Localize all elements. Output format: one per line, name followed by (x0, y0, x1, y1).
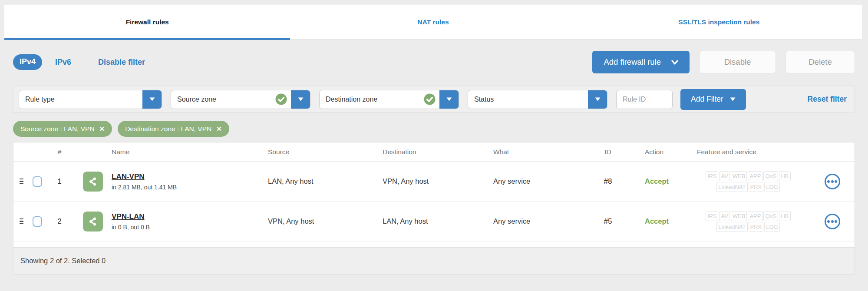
chevron-down-icon[interactable] (588, 90, 607, 109)
table-row: 2 VPN-LAN in 0 B, out 0 B VPN, Any host … (13, 202, 855, 241)
feature-tag: IPS (706, 211, 718, 221)
drag-handle[interactable] (13, 179, 29, 185)
chevron-down-icon (730, 97, 736, 101)
status-dropdown-label: Status (468, 96, 588, 103)
column-header-what: What (491, 148, 588, 156)
ipv4-toggle[interactable]: IPv4 (13, 54, 42, 70)
column-header-number: # (42, 148, 77, 156)
ellipsis-menu-icon[interactable] (825, 214, 840, 229)
rule-source: LAN, Any host (265, 177, 380, 185)
controls-row: IPv4 IPv6 Disable filter Add firewall ru… (13, 51, 855, 73)
reset-filter-link[interactable]: Reset filter (808, 95, 849, 104)
feature-tag: PRX (749, 182, 764, 192)
rule-what: Any service (491, 217, 588, 225)
rule-name-link[interactable]: LAN-VPN (112, 172, 177, 181)
add-firewall-rule-button[interactable]: Add firewall rule (592, 51, 690, 73)
table-bottom-spacer (13, 241, 855, 247)
rule-source: VPN, Any host (265, 217, 380, 225)
feature-tag: WEB (731, 211, 747, 221)
delete-button[interactable]: Delete (785, 51, 855, 73)
table-status-text: Showing 2 of 2. Selected 0 (20, 257, 106, 265)
row-number: 1 (42, 177, 77, 186)
feature-tag: QoS (763, 171, 778, 181)
rule-destination: LAN, Any host (380, 217, 491, 225)
table-footer: Showing 2 of 2. Selected 0 (13, 247, 855, 274)
tab-nat-rules-label: NAT rules (417, 18, 449, 26)
feature-tag: APP (748, 171, 762, 181)
feature-tag: AV (719, 171, 729, 181)
check-circle-icon (424, 93, 436, 105)
rule-id: #8 (588, 177, 627, 186)
feature-tag: LinkedNAT (716, 182, 747, 192)
table-row: 1 LAN-VPN in 2.81 MB, out 1.41 MB LAN, A… (13, 162, 855, 202)
feature-tag: HB (779, 171, 790, 181)
tab-ssl-tls-inspection-rules[interactable]: SSL/TLS inspection rules (576, 5, 862, 39)
close-icon[interactable]: ✕ (99, 126, 105, 132)
drag-handle-icon (20, 179, 23, 185)
drag-handle[interactable] (13, 218, 29, 225)
share-rule-icon[interactable] (83, 172, 103, 192)
filter-chip-label: Source zone : LAN, VPN (20, 125, 95, 133)
add-firewall-rule-label: Add firewall rule (604, 57, 661, 67)
check-circle-icon (275, 93, 287, 105)
filter-chip-destination-zone[interactable]: Destination zone : LAN, VPN ✕ (118, 121, 229, 137)
column-header-source: Source (265, 148, 380, 156)
tab-firewall-rules[interactable]: Firewall rules (4, 5, 290, 39)
feature-service-tags: IPSAVWEBAPPQoSHB LinkedNATPRXLOG (688, 171, 810, 192)
ipv6-toggle[interactable]: IPv6 (55, 58, 71, 67)
chevron-down-icon[interactable] (439, 90, 459, 109)
rule-action: Accept (627, 177, 688, 185)
drag-handle-icon (20, 218, 23, 225)
column-header-feature-service: Feature and service (688, 148, 810, 156)
chevron-down-icon (671, 60, 678, 65)
source-zone-dropdown[interactable]: Source zone (171, 90, 310, 109)
feature-tag: HB (779, 211, 790, 221)
chevron-down-icon[interactable] (291, 90, 310, 109)
filter-chip-source-zone[interactable]: Source zone : LAN, VPN ✕ (13, 121, 112, 137)
filter-chip-label: Destination zone : LAN, VPN (125, 125, 211, 133)
feature-tag: LOG (764, 222, 779, 232)
row-checkbox[interactable] (33, 176, 42, 187)
tab-nat-rules[interactable]: NAT rules (290, 5, 576, 39)
status-dropdown[interactable]: Status (468, 90, 607, 109)
column-header-id: ID (588, 148, 627, 156)
rule-type-tabbar: Firewall rules NAT rules SSL/TLS inspect… (4, 4, 862, 40)
tab-ssl-tls-inspection-rules-label: SSL/TLS inspection rules (678, 18, 759, 26)
active-filter-chips: Source zone : LAN, VPN ✕ Destination zon… (13, 121, 855, 137)
destination-zone-dropdown-label: Destination zone (320, 96, 424, 103)
table-header-row: # Name Source Destination What ID Action… (13, 142, 855, 162)
rule-destination: VPN, Any host (380, 177, 491, 185)
chevron-down-icon[interactable] (142, 90, 162, 109)
close-icon[interactable]: ✕ (216, 126, 222, 132)
feature-tag: QoS (763, 211, 778, 221)
rule-traffic-stats: in 0 B, out 0 B (112, 224, 150, 231)
firewall-rules-table: # Name Source Destination What ID Action… (13, 142, 855, 274)
disable-button[interactable]: Disable (699, 51, 776, 73)
row-checkbox[interactable] (33, 216, 42, 227)
source-zone-dropdown-label: Source zone (171, 96, 275, 103)
column-header-name: Name (77, 148, 265, 156)
rule-type-dropdown[interactable]: Rule type (19, 90, 162, 109)
feature-tag: AV (719, 211, 729, 221)
ellipsis-menu-icon[interactable] (825, 174, 840, 189)
destination-zone-dropdown[interactable]: Destination zone (319, 90, 459, 109)
row-number: 2 (42, 217, 77, 226)
rule-traffic-stats: in 2.81 MB, out 1.41 MB (112, 184, 177, 191)
feature-tag: PRX (749, 222, 764, 232)
share-rule-icon[interactable] (83, 212, 103, 231)
rule-id: #5 (588, 217, 627, 226)
disable-filter-link[interactable]: Disable filter (98, 58, 145, 67)
feature-tag: APP (748, 211, 762, 221)
feature-tag: IPS (706, 171, 718, 181)
feature-tag: LinkedNAT (716, 222, 747, 232)
feature-service-tags: IPSAVWEBAPPQoSHB LinkedNATPRXLOG (688, 211, 810, 232)
rule-id-input[interactable] (616, 90, 673, 109)
tab-firewall-rules-label: Firewall rules (126, 18, 169, 26)
feature-tag: LOG (764, 182, 779, 192)
add-filter-button[interactable]: Add Filter (680, 89, 746, 110)
rule-action: Accept (627, 217, 688, 225)
feature-tag: WEB (731, 171, 747, 181)
rule-what: Any service (491, 177, 588, 185)
column-header-destination: Destination (380, 148, 491, 156)
rule-name-link[interactable]: VPN-LAN (112, 212, 150, 221)
